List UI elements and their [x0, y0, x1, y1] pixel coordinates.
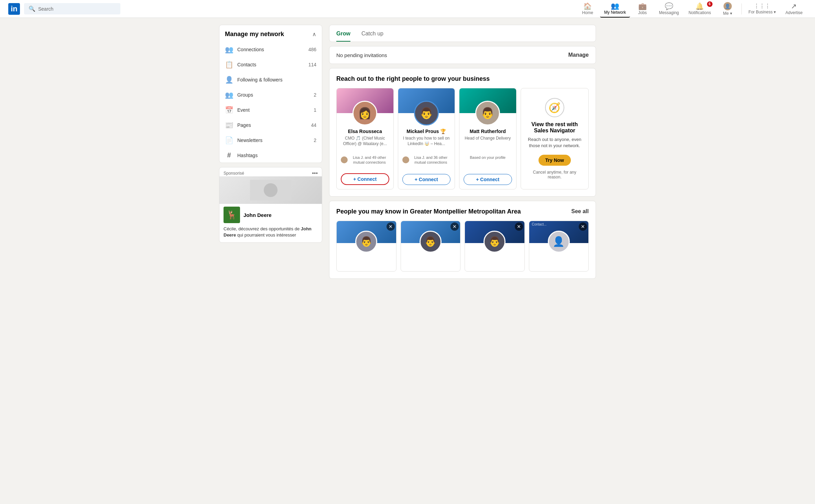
tab-grow[interactable]: Grow — [336, 25, 350, 42]
try-now-button[interactable]: Try Now — [539, 155, 571, 166]
sidebar-item-contacts[interactable]: 📋 Contacts 114 — [219, 57, 322, 72]
know-avatar-2: 👨 — [420, 231, 442, 253]
connections-icon: 👥 — [225, 45, 233, 54]
sales-nav-title: View the rest with Sales Navigator — [526, 121, 583, 134]
sidebar-item-hashtags[interactable]: # Hashtags — [219, 148, 322, 163]
sponsored-logo-area: 🦌 John Deere — [219, 207, 322, 223]
nav-item-me[interactable]: 👤 Me ▾ — [717, 0, 739, 18]
nav-label-advertise: Advertise — [785, 10, 803, 15]
nav-item-jobs[interactable]: 💼 Jobs — [631, 1, 653, 17]
nav-label-notifications: Notifications — [688, 10, 711, 15]
contacts-count: 114 — [308, 62, 316, 67]
know-avatar-3: 👨 — [483, 231, 506, 253]
sidebar-item-following[interactable]: 👤 Following & followers — [219, 72, 322, 87]
person-name-elsa: Elsa Rousseca — [341, 128, 389, 134]
page-content: Manage my network ∧ 👥 Connections 486 📋 … — [214, 25, 601, 279]
see-all-link[interactable]: See all — [571, 208, 589, 215]
no-invitations-text: No pending invitations — [336, 52, 387, 58]
events-count: 1 — [314, 107, 316, 113]
know-card-4: Contact... ✕ 👤 — [529, 221, 589, 272]
manage-link[interactable]: Manage — [568, 52, 589, 58]
mutual-avatar-mickael — [402, 156, 409, 163]
tabs-row: Grow Catch up — [336, 25, 589, 42]
sponsored-dots[interactable]: ••• — [312, 170, 318, 176]
search-input[interactable] — [38, 6, 116, 12]
know-section-title: People you may know in Greater Montpelli… — [336, 208, 521, 215]
nav-item-for-business[interactable]: ⋮⋮⋮ For Business ▾ — [745, 1, 780, 17]
person-name-mickael: Mickael Prous 🏆 — [402, 128, 451, 134]
avatar: 👤 — [724, 2, 732, 10]
person-card-elsa: 👩 Elsa Rousseca CMO 🎵 (Chief Music Offic… — [336, 88, 394, 189]
nav-item-home[interactable]: 🏠 Home — [577, 1, 599, 17]
nav-item-notifications[interactable]: 🔔 6 Notifications — [684, 1, 715, 17]
know-close-3[interactable]: ✕ — [515, 222, 523, 231]
person-card-matt: 👨 Matt Rutherford Head of Change Deliver… — [459, 88, 517, 189]
home-icon: 🏠 — [583, 3, 592, 10]
john-deere-logo: 🦌 — [224, 207, 240, 223]
tabs-card: Grow Catch up — [329, 25, 596, 42]
mutual-text-matt: Based on your profile — [470, 155, 506, 160]
sales-nav-card: 🧭 View the rest with Sales Navigator Rea… — [521, 88, 589, 189]
hashtags-icon: # — [225, 151, 233, 159]
know-header-row: People you may know in Greater Montpelli… — [336, 208, 589, 215]
nav-label-my-network: My Network — [604, 10, 626, 15]
following-label: Following & followers — [237, 77, 316, 83]
pages-count: 44 — [311, 122, 316, 128]
events-label: Event — [237, 107, 309, 113]
connect-btn-elsa[interactable]: + Connect — [341, 173, 389, 185]
tab-catch-up[interactable]: Catch up — [361, 25, 383, 42]
know-title-2 — [405, 256, 456, 267]
know-close-2[interactable]: ✕ — [450, 222, 459, 231]
chevron-up-icon: ∧ — [312, 31, 316, 37]
manage-network-title: Manage my network — [225, 31, 284, 38]
main-content: Grow Catch up No pending invitations Man… — [329, 25, 596, 279]
nav-item-my-network[interactable]: 👥 My Network — [600, 0, 630, 18]
person-title-elsa: CMO 🎵 (Chief Music Officer) @ Waalaxy (e… — [341, 136, 389, 152]
sidebar-item-connections[interactable]: 👥 Connections 486 — [219, 42, 322, 57]
mutual-avatar-elsa — [341, 156, 348, 163]
sidebar-item-events[interactable]: 📅 Event 1 — [219, 102, 322, 118]
newsletters-icon: 📄 — [225, 136, 233, 144]
contacts-icon: 📋 — [225, 61, 233, 69]
following-icon: 👤 — [225, 76, 233, 84]
nav-label-for-business: For Business ▾ — [749, 10, 776, 14]
search-bar[interactable]: 🔍 — [24, 3, 120, 14]
know-section: People you may know in Greater Montpelli… — [329, 201, 596, 279]
cancel-text: Cancel anytime, for any reason. — [526, 170, 583, 179]
person-title-matt: Head of Change Delivery — [464, 136, 512, 152]
sidebar-item-groups[interactable]: 👥 Groups 2 — [219, 87, 322, 102]
know-title-3 — [469, 256, 520, 267]
sidebar: Manage my network ∧ 👥 Connections 486 📋 … — [219, 25, 322, 279]
know-avatar-4: 👤 — [548, 231, 570, 253]
my-network-icon: 👥 — [611, 2, 619, 9]
nav-item-messaging[interactable]: 💬 Messaging — [655, 1, 683, 17]
person-avatar-matt: 👨 — [475, 101, 500, 125]
know-card-3: ✕ 👨 — [465, 221, 525, 272]
sidebar-item-newsletters[interactable]: 📄 Newsletters 2 — [219, 133, 322, 148]
contacts-label: Contacts — [237, 62, 304, 67]
groups-label: Groups — [237, 92, 309, 98]
know-card-2: ✕ 👨 — [401, 221, 461, 272]
person-banner-mickael: 👨 — [398, 88, 455, 113]
connections-count: 486 — [308, 47, 316, 52]
person-avatar-mickael: 👨 — [414, 101, 439, 125]
newsletters-count: 2 — [314, 138, 316, 143]
notifications-icon: 🔔 — [695, 3, 704, 10]
know-avatar-1: 👨 — [355, 231, 377, 253]
know-close-4[interactable]: ✕ — [579, 222, 587, 231]
connect-btn-matt[interactable]: + Connect — [464, 174, 512, 185]
newsletters-label: Newsletters — [237, 138, 309, 143]
linkedin-logo[interactable]: in — [8, 3, 20, 15]
jobs-icon: 💼 — [638, 3, 647, 10]
no-invitations-card: No pending invitations Manage — [329, 46, 596, 64]
sidebar-item-pages[interactable]: 📰 Pages 44 — [219, 118, 322, 133]
nav-item-advertise[interactable]: ↗ Advertise — [781, 1, 807, 17]
hashtags-label: Hashtags — [237, 153, 316, 158]
groups-icon: 👥 — [225, 91, 233, 99]
know-close-1[interactable]: ✕ — [387, 222, 395, 231]
manage-network-header[interactable]: Manage my network ∧ — [219, 25, 322, 42]
connect-btn-mickael[interactable]: + Connect — [402, 174, 451, 185]
pages-icon: 📰 — [225, 121, 233, 129]
notifications-badge: 6 — [707, 1, 713, 7]
events-icon: 📅 — [225, 106, 233, 114]
